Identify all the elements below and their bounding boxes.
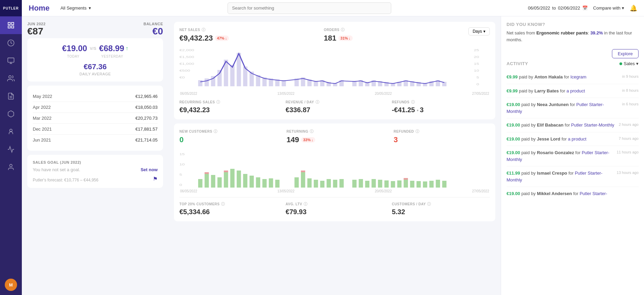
svg-rect-0 bbox=[8, 23, 10, 25]
top20-label: TOP 20% CUSTOMERS ⓘ bbox=[179, 202, 277, 207]
svg-rect-80 bbox=[307, 178, 312, 188]
svg-rect-100 bbox=[442, 181, 447, 188]
sidebar-item-sales[interactable] bbox=[0, 34, 22, 52]
returning-label: RETURNING ⓘ bbox=[287, 129, 383, 134]
goal-body: You have not set a goal. Set now bbox=[33, 167, 158, 172]
today-label: TODAY bbox=[67, 55, 79, 58]
days-selector[interactable]: Days ▾ bbox=[468, 27, 490, 35]
bottom-stats: TOP 20% CUSTOMERS ⓘ €5,334.66 AVG. LTV ⓘ… bbox=[179, 197, 490, 216]
sidebar-item-subscriptions[interactable] bbox=[0, 105, 22, 123]
table-row: Mar 2022 €20,270.73 bbox=[33, 113, 158, 124]
compare-with-button[interactable]: Compare with ▾ bbox=[593, 5, 624, 11]
table-row: Dec 2021 €17,881.57 bbox=[33, 124, 158, 135]
explore-button[interactable]: Explore bbox=[612, 49, 639, 58]
cust-chart-x-axis: 06/05/2022 13/05/2022 20/05/2022 27/05/2… bbox=[179, 189, 490, 193]
sidebar-item-affiliates[interactable] bbox=[0, 123, 22, 141]
balance-header: JUN 2022 €87 BALANCE €0 bbox=[27, 22, 163, 37]
table-row: Jun 2021 €21,714.05 bbox=[33, 135, 158, 145]
svg-rect-83 bbox=[326, 179, 331, 188]
chevron-down-icon: ▾ bbox=[89, 5, 91, 11]
net-sales-value: €9,432.23 47%↓ bbox=[179, 34, 324, 43]
new-customers-value: 0 bbox=[179, 135, 276, 144]
main-amount: €87 bbox=[27, 26, 46, 37]
segment-selector[interactable]: All Segments ▾ bbox=[60, 5, 91, 11]
new-customers-info-icon[interactable]: ⓘ bbox=[214, 129, 218, 134]
avg-ltv-block: AVG. LTV ⓘ €79.93 bbox=[286, 202, 383, 216]
avg-ltv-label: AVG. LTV ⓘ bbox=[286, 202, 383, 207]
cust-day-block: CUSTOMERS / DAY ⓘ 5.32 bbox=[392, 202, 490, 216]
top20-info-icon[interactable]: ⓘ bbox=[221, 202, 225, 207]
activity-title: ACTIVITY bbox=[507, 61, 528, 66]
dyk-title: DID YOU KNOW? bbox=[507, 22, 639, 27]
date-range-picker[interactable]: 06/05/2022 to 02/06/2022 📅 bbox=[528, 5, 588, 11]
svg-rect-84 bbox=[333, 180, 337, 188]
date-to: 02/06/2022 bbox=[558, 5, 580, 11]
chevron-down-icon: ▾ bbox=[636, 61, 639, 66]
svg-text:5: 5 bbox=[477, 76, 479, 79]
cust-day-label: CUSTOMERS / DAY ⓘ bbox=[392, 202, 490, 207]
avg-ltv-info-icon[interactable]: ⓘ bbox=[304, 202, 308, 207]
svg-rect-103 bbox=[301, 171, 305, 172]
notifications-bell[interactable]: 🔔 bbox=[630, 4, 637, 12]
svg-rect-74 bbox=[256, 177, 260, 188]
returning-info-icon[interactable]: ⓘ bbox=[310, 129, 314, 134]
refunded-info-icon[interactable]: ⓘ bbox=[415, 129, 420, 134]
search-input[interactable] bbox=[228, 2, 391, 14]
revenue-day-value: €336.87 bbox=[286, 106, 383, 114]
refunds-info-icon[interactable]: ⓘ bbox=[411, 100, 415, 105]
net-sales-label: NET SALES ⓘ bbox=[179, 27, 324, 32]
activity-header: ACTIVITY Sales ▾ bbox=[507, 61, 639, 66]
net-sales-block: NET SALES ⓘ €9,432.23 47%↓ bbox=[179, 27, 324, 43]
svg-rect-5 bbox=[8, 58, 14, 62]
activity-item: €9.99 paid by Larry Bates for a product … bbox=[507, 84, 639, 98]
chart-x-axis: 06/05/2022 13/05/2022 20/05/2022 27/05/2… bbox=[179, 92, 490, 95]
avatar[interactable]: M bbox=[5, 279, 17, 291]
new-customers-label: NEW CUSTOMERS ⓘ bbox=[179, 129, 276, 134]
svg-point-8 bbox=[9, 76, 11, 78]
svg-rect-25 bbox=[205, 78, 209, 86]
set-goal-button[interactable]: Set now bbox=[141, 167, 158, 172]
net-sales-info-icon[interactable]: ⓘ bbox=[202, 27, 206, 32]
svg-rect-93 bbox=[397, 180, 402, 188]
vs-label: v/s bbox=[90, 46, 96, 50]
returning-block: RETURNING ⓘ 149 33%↓ bbox=[287, 129, 383, 144]
sales-filter[interactable]: Sales ▾ bbox=[619, 61, 639, 66]
today-yesterday-row: €19.00 v/s €68.99 ↑ bbox=[33, 44, 158, 53]
customers-top-stats: NEW CUSTOMERS ⓘ 0 RETURNING ⓘ bbox=[179, 129, 490, 144]
customers-card: NEW CUSTOMERS ⓘ 0 RETURNING ⓘ bbox=[174, 123, 495, 221]
svg-point-11 bbox=[10, 129, 12, 132]
activity-item: €19.00 paid by Elif Babacan for Putler S… bbox=[507, 118, 639, 132]
svg-text:0: 0 bbox=[179, 183, 182, 187]
activity-item: €19.00 paid by Rosario Gonzalez for Putl… bbox=[507, 146, 639, 166]
sidebar-item-products[interactable] bbox=[0, 52, 22, 70]
dyk-text: Net sales from Ergonomic rubber pants: 3… bbox=[507, 30, 639, 43]
today-value: €19.00 bbox=[62, 44, 87, 53]
content-area: JUN 2022 €87 BALANCE €0 €19.00 v/s €68.9… bbox=[22, 16, 644, 295]
svg-text:€500: €500 bbox=[179, 69, 190, 73]
header: Home All Segments ▾ 06/05/2022 to 02/06/… bbox=[22, 0, 644, 16]
svg-rect-24 bbox=[198, 80, 203, 86]
sidebar-item-settings[interactable] bbox=[0, 158, 22, 176]
secondary-stats: RECURRING SALES ⓘ €9,432.23 REVENUE / DA… bbox=[179, 100, 490, 114]
svg-rect-98 bbox=[429, 181, 434, 188]
date-from: 06/05/2022 bbox=[528, 5, 550, 11]
sidebar-item-customers[interactable] bbox=[0, 70, 22, 87]
svg-rect-101 bbox=[205, 172, 209, 174]
sidebar-item-dashboard[interactable] bbox=[0, 16, 22, 34]
recurring-info-icon[interactable]: ⓘ bbox=[216, 100, 220, 105]
refunds-label: REFUNDS ⓘ bbox=[392, 100, 490, 105]
sidebar-item-reports[interactable] bbox=[0, 87, 22, 105]
sidebar-item-analytics[interactable] bbox=[0, 141, 22, 158]
forecast-text: Putler's forecast: €10,776 – €44,956 bbox=[33, 178, 98, 182]
svg-rect-77 bbox=[275, 180, 280, 188]
goal-title: SALES GOAL (JUN 2022) bbox=[33, 160, 158, 164]
svg-rect-92 bbox=[391, 181, 395, 188]
orders-info-icon[interactable]: ⓘ bbox=[341, 27, 345, 32]
returning-value: 149 33%↓ bbox=[287, 135, 383, 144]
cust-day-value: 5.32 bbox=[392, 208, 490, 216]
orders-badge: 31%↓ bbox=[338, 35, 353, 41]
revenue-day-info-icon[interactable]: ⓘ bbox=[316, 100, 320, 105]
cust-day-info-icon[interactable]: ⓘ bbox=[427, 202, 431, 207]
svg-rect-87 bbox=[359, 179, 363, 188]
svg-rect-89 bbox=[371, 179, 376, 188]
